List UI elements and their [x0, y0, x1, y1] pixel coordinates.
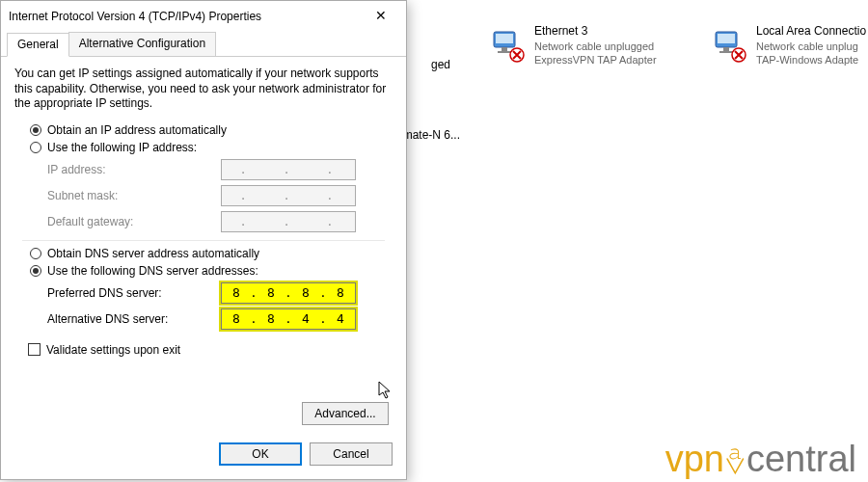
watermark-central: central: [746, 439, 856, 479]
radio-dns-manual[interactable]: Use the following DNS server addresses:: [20, 264, 387, 278]
dns-group: Obtain DNS server address automatically …: [20, 247, 387, 330]
svg-rect-3: [498, 51, 511, 53]
cancel-button[interactable]: Cancel: [310, 442, 393, 466]
partial-text-imate: imate-N 6...: [400, 128, 460, 142]
intro-text: You can get IP settings assigned automat…: [14, 67, 393, 112]
radio-label: Use the following DNS server addresses:: [47, 264, 258, 278]
close-icon: ✕: [375, 8, 387, 23]
validate-label: Validate settings upon exit: [46, 343, 180, 357]
ipv4-properties-dialog: Internet Protocol Version 4 (TCP/IPv4) P…: [0, 0, 407, 480]
subnet-mask-field: . . .: [221, 185, 356, 206]
alternative-dns-label: Alternative DNS server:: [47, 312, 211, 326]
svg-rect-7: [723, 47, 729, 51]
dialog-buttons: OK Cancel: [219, 442, 393, 466]
adapter-ethernet3[interactable]: Ethernet 3 Network cable unplugged Expre…: [488, 24, 657, 67]
ok-button[interactable]: OK: [219, 442, 302, 466]
radio-icon: [30, 248, 41, 259]
watermark-bulb-icon: ⎀: [724, 439, 746, 479]
radio-label: Obtain DNS server address automatically: [47, 247, 259, 260]
svg-rect-6: [718, 34, 735, 43]
ip-address-label: IP address:: [47, 163, 211, 176]
adapter-status: Network cable unplug: [756, 40, 866, 53]
radio-ip-manual[interactable]: Use the following IP address:: [20, 141, 387, 154]
adapter-text: Ethernet 3 Network cable unplugged Expre…: [534, 24, 657, 67]
checkbox-icon: [28, 343, 41, 356]
radio-dns-auto[interactable]: Obtain DNS server address automatically: [20, 247, 387, 260]
adapter-name: Local Area Connectio: [756, 24, 866, 40]
adapter-local-area[interactable]: Local Area Connectio Network cable unplu…: [710, 24, 866, 67]
network-adapter-disconnected-icon: [488, 24, 527, 63]
watermark-vpn: vpn: [665, 439, 724, 479]
default-gateway-field: . . .: [221, 211, 356, 232]
adapter-status: Network cable unplugged: [534, 40, 657, 53]
alternative-dns-field[interactable]: 8. 8. 4. 4: [221, 308, 356, 330]
radio-icon: [30, 265, 41, 277]
adapter-text: Local Area Connectio Network cable unplu…: [756, 24, 866, 67]
adapter-name: Ethernet 3: [534, 24, 657, 40]
watermark-logo: vpn⎀central: [665, 439, 856, 480]
partial-text-ged: ged: [431, 58, 450, 71]
preferred-dns-field[interactable]: 8. 8. 8. 8: [221, 282, 356, 304]
adapter-device: ExpressVPN TAP Adapter: [534, 53, 657, 67]
svg-rect-8: [719, 51, 733, 53]
subnet-mask-label: Subnet mask:: [47, 189, 211, 202]
radio-label: Obtain an IP address automatically: [47, 123, 227, 137]
advanced-button[interactable]: Advanced...: [302, 402, 389, 425]
radio-label: Use the following IP address:: [47, 141, 197, 154]
tab-general[interactable]: General: [7, 33, 69, 57]
tab-strip: General Alternative Configuration: [1, 32, 406, 57]
radio-icon: [30, 124, 41, 136]
svg-rect-2: [502, 47, 507, 51]
tab-content: You can get IP settings assigned automat…: [1, 57, 406, 366]
validate-checkbox-row[interactable]: Validate settings upon exit: [28, 343, 393, 357]
titlebar[interactable]: Internet Protocol Version 4 (TCP/IPv4) P…: [1, 1, 406, 30]
default-gateway-label: Default gateway:: [47, 215, 211, 228]
ip-address-field: . . .: [221, 159, 356, 180]
adapter-device: TAP-Windows Adapte: [756, 53, 866, 67]
dialog-title: Internet Protocol Version 4 (TCP/IPv4) P…: [9, 8, 261, 23]
radio-icon: [30, 142, 41, 153]
preferred-dns-label: Preferred DNS server:: [47, 286, 211, 300]
ip-group: Obtain an IP address automatically Use t…: [20, 123, 387, 232]
network-adapter-disconnected-icon: [710, 24, 748, 63]
radio-ip-auto[interactable]: Obtain an IP address automatically: [20, 123, 387, 137]
tab-alternative-configuration[interactable]: Alternative Configuration: [68, 32, 216, 56]
svg-rect-1: [496, 34, 513, 43]
divider: [22, 240, 385, 241]
close-button[interactable]: ✕: [362, 3, 400, 28]
